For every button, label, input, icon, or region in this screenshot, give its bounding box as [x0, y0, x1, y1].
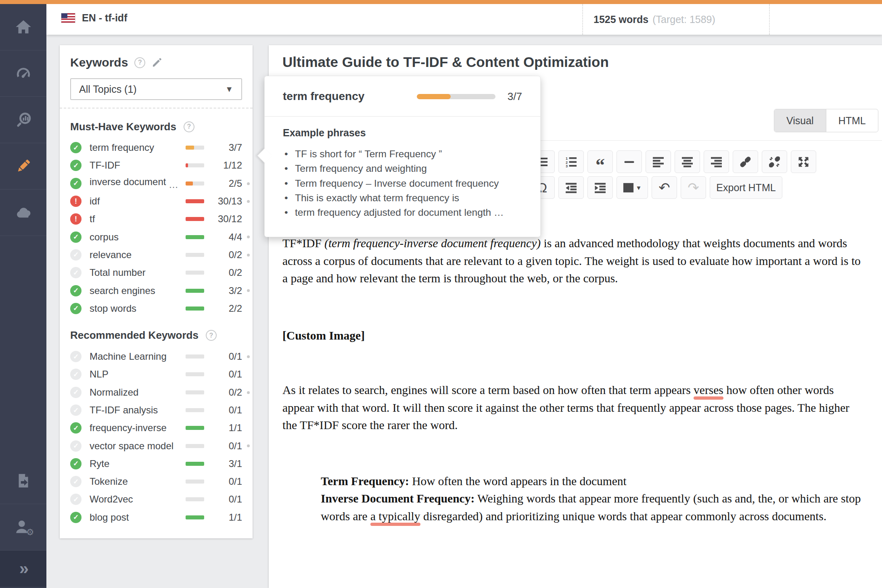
- keyword-count: 30/12: [210, 213, 242, 225]
- fullscreen-button[interactable]: [791, 150, 816, 173]
- status-done-icon: ✓: [70, 512, 82, 523]
- tab-visual[interactable]: Visual: [774, 109, 826, 132]
- redo-button[interactable]: ↷: [681, 176, 706, 199]
- link-button[interactable]: [733, 150, 758, 173]
- section-help-icon[interactable]: ?: [184, 121, 194, 132]
- tab-html[interactable]: HTML: [826, 109, 878, 132]
- example-phrases-title: Example phrases: [283, 127, 522, 139]
- status-alert-icon: !: [70, 196, 82, 207]
- align-center-button[interactable]: [675, 150, 700, 173]
- search-analysis-icon: [14, 111, 33, 129]
- keyword-count: 3/1: [210, 458, 242, 469]
- keyword-row[interactable]: ✓term frequency3/7: [70, 139, 242, 156]
- keyword-progress-bar: [186, 217, 204, 221]
- sidebar-collapse-button[interactable]: »: [0, 550, 46, 587]
- sidebar-item-search-analysis[interactable]: [0, 97, 46, 143]
- keywords-panel: Keywords ? All Topics (1) ▼ Must-Have Ke…: [60, 45, 253, 538]
- keyword-row[interactable]: !tf30/12: [70, 210, 242, 228]
- numbered-list-button[interactable]: 123: [558, 150, 584, 173]
- keyword-tooltip: term frequency 3/7 Example phrases TF is…: [264, 76, 541, 237]
- status-done-icon: ✓: [70, 160, 82, 171]
- sidebar-item-home[interactable]: [0, 4, 46, 50]
- undo-button[interactable]: ↶: [652, 176, 677, 199]
- keyword-label: corpus: [90, 231, 186, 243]
- keyword-row[interactable]: ✓inverse document …2/5: [70, 175, 242, 192]
- indent-button[interactable]: [587, 176, 613, 199]
- keyword-row[interactable]: ✓search engines3/2: [70, 281, 242, 299]
- sidebar-item-dashboard-gauge[interactable]: [0, 50, 46, 97]
- dashboard-gauge-icon: [14, 64, 33, 83]
- word-count-box: 1525 words (Target: 1589): [582, 4, 770, 35]
- table-button[interactable]: ▼: [617, 176, 648, 199]
- chevron-down-icon: ▼: [225, 85, 233, 94]
- keyword-label: inverse document …: [90, 176, 186, 190]
- section-help-icon[interactable]: ?: [206, 330, 217, 341]
- status-done-icon: ✓: [70, 303, 82, 314]
- keyword-row[interactable]: ✓Word2vec0/1: [70, 490, 242, 508]
- keyword-label: Total number: [90, 267, 186, 278]
- sidebar-item-file-export[interactable]: [0, 458, 46, 504]
- horizontal-rule-button[interactable]: [617, 150, 642, 173]
- sidebar-item-content-editor-pencil[interactable]: [0, 143, 46, 190]
- topic-filter-value: All Topics (1): [79, 83, 137, 95]
- keyword-row[interactable]: ✓Ryte3/1: [70, 455, 242, 473]
- keyword-row[interactable]: ✓stop words2/2: [70, 300, 242, 317]
- tooltip-arrow: [257, 148, 272, 163]
- status-done-icon: ✓: [70, 458, 82, 469]
- keyword-row[interactable]: ✓Normalized0/2: [70, 384, 242, 401]
- keyword-label: relevance: [90, 249, 186, 261]
- unlink-button[interactable]: [762, 150, 787, 173]
- keyword-row[interactable]: ✓NLP0/1: [70, 365, 242, 383]
- example-phrase: term frequency adjusted for document len…: [283, 205, 522, 220]
- keyword-count: 2/2: [210, 303, 242, 314]
- svg-text:2: 2: [566, 160, 568, 164]
- keyword-row[interactable]: ✓frequency-inverse1/1: [70, 419, 242, 437]
- align-left-button[interactable]: [646, 150, 671, 173]
- outdent-button[interactable]: [558, 176, 584, 199]
- keyword-count: 0/1: [210, 494, 242, 505]
- status-none-icon: ✓: [70, 369, 82, 380]
- keyword-row[interactable]: ✓Tokenize0/1: [70, 473, 242, 490]
- topic-filter-select[interactable]: All Topics (1) ▼: [70, 78, 242, 100]
- status-done-icon: ✓: [70, 178, 82, 189]
- document-editing-area[interactable]: TF*IDF (term frequency-inverse document …: [282, 235, 863, 525]
- keyword-count: 0/1: [210, 351, 242, 362]
- keyword-row[interactable]: ✓Machine Learning0/1: [70, 348, 242, 365]
- blockquote-button[interactable]: “: [587, 150, 613, 173]
- file-export-icon: [14, 471, 33, 490]
- keywords-help-icon[interactable]: ?: [134, 57, 145, 68]
- tooltip-keyword: term frequency: [283, 90, 364, 103]
- keyword-row[interactable]: ✓relevance0/2: [70, 246, 242, 264]
- sidebar-item-cloud[interactable]: [0, 190, 46, 236]
- keyword-row[interactable]: !idf30/13: [70, 192, 242, 210]
- status-done-icon: ✓: [70, 142, 82, 153]
- keyword-row[interactable]: ✓corpus4/4: [70, 228, 242, 246]
- align-right-button[interactable]: [704, 150, 729, 173]
- word-count-target: (Target: 1589): [652, 14, 715, 25]
- tooltip-progress-bar: [417, 94, 495, 99]
- status-none-icon: ✓: [70, 351, 82, 362]
- keyword-row[interactable]: ✓TF-IDF analysis0/1: [70, 401, 242, 419]
- status-done-icon: ✓: [70, 285, 82, 296]
- home-icon: [14, 18, 33, 36]
- keyword-label: Tokenize: [90, 476, 186, 487]
- keyword-count: 0/1: [210, 405, 242, 416]
- keyword-progress-bar: [186, 235, 204, 239]
- double-chevron-right-icon: »: [19, 559, 27, 578]
- svg-text:1: 1: [566, 156, 568, 161]
- sidebar-item-user-settings[interactable]: ⚙: [0, 504, 46, 550]
- export-html-button[interactable]: Export HTML: [710, 176, 782, 199]
- edit-keywords-icon[interactable]: [152, 57, 162, 68]
- keyword-row[interactable]: ✓Total number0/2: [70, 264, 242, 281]
- dot-indicator: [247, 289, 250, 292]
- keyword-label: search engines: [90, 285, 186, 296]
- keyword-progress-bar: [186, 426, 204, 430]
- keyword-row[interactable]: ✓blog post1/1: [70, 509, 242, 526]
- keyword-progress-bar: [186, 253, 204, 257]
- keyword-count: 1/1: [210, 512, 242, 523]
- keyword-row[interactable]: ✓TF-IDF1/12: [70, 156, 242, 174]
- keyword-progress-bar: [186, 163, 204, 167]
- status-none-icon: ✓: [70, 387, 82, 398]
- gear-icon: ⚙: [26, 527, 34, 538]
- keyword-row[interactable]: ✓vector space model0/1: [70, 437, 242, 455]
